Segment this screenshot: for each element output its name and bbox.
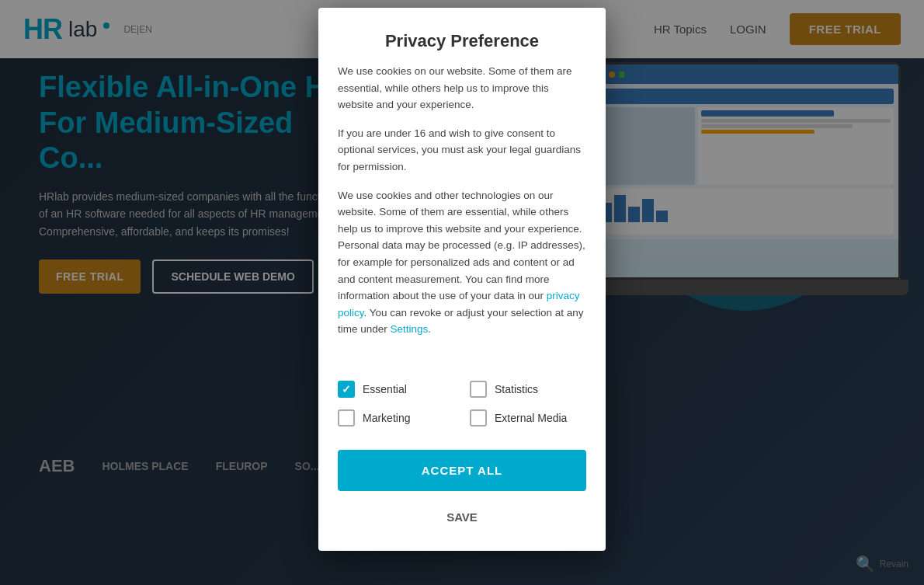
modal-text-2: If you are under 16 and wish to give con… xyxy=(338,125,586,176)
modal-header: Privacy Preference xyxy=(318,8,606,63)
save-button[interactable]: SAVE xyxy=(338,499,586,535)
checkbox-essential[interactable]: Essential xyxy=(338,381,454,398)
external-media-checkbox[interactable] xyxy=(470,409,487,427)
modal-text-3: We use cookies and other technologies on… xyxy=(338,187,586,338)
accept-all-button[interactable]: ACCEPT ALL xyxy=(338,450,586,491)
checkbox-external-media[interactable]: External Media xyxy=(470,409,586,427)
privacy-modal: Privacy Preference We use cookies on our… xyxy=(318,8,606,551)
consent-checkboxes: Essential Statistics Marketing External … xyxy=(318,365,606,442)
background-page: HRlab DE|EN HR Topics LOGIN FREE TRIAL F… xyxy=(0,0,924,585)
modal-title: Privacy Preference xyxy=(342,31,582,51)
essential-label: Essential xyxy=(363,383,407,395)
modal-overlay: Privacy Preference We use cookies on our… xyxy=(0,0,924,585)
checkbox-statistics[interactable]: Statistics xyxy=(470,381,586,398)
modal-text-1: We use cookies on our website. Some of t… xyxy=(338,63,586,113)
external-media-label: External Media xyxy=(495,412,567,424)
marketing-label: Marketing xyxy=(363,412,410,424)
modal-body: We use cookies on our website. Some of t… xyxy=(318,63,606,365)
essential-checkbox[interactable] xyxy=(338,381,355,398)
statistics-label: Statistics xyxy=(495,383,538,395)
statistics-checkbox[interactable] xyxy=(470,381,487,398)
marketing-checkbox[interactable] xyxy=(338,409,355,427)
checkbox-marketing[interactable]: Marketing xyxy=(338,409,454,427)
settings-link[interactable]: Settings xyxy=(391,323,429,335)
